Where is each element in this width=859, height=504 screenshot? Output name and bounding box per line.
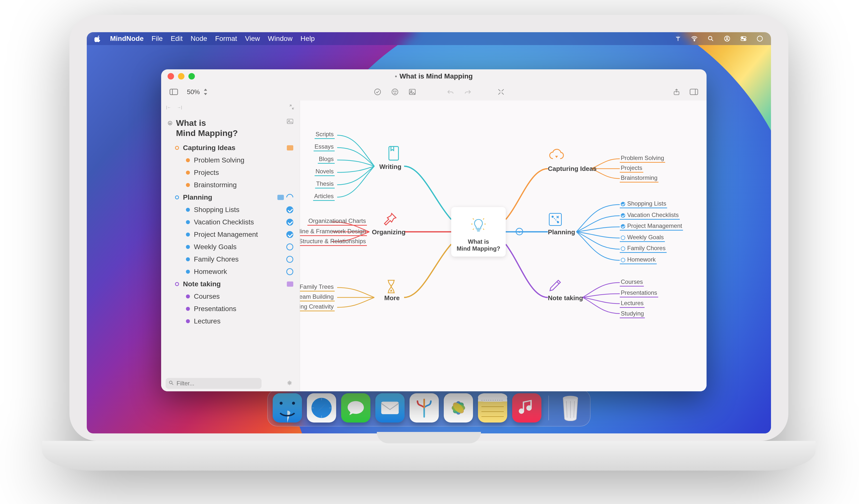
node-label[interactable]: Thesis (315, 180, 335, 188)
outline-filter-input[interactable] (166, 378, 261, 389)
branch-label-planning[interactable]: Planning (548, 229, 575, 236)
node-label[interactable]: Studying (620, 310, 645, 318)
user-icon[interactable] (723, 34, 731, 43)
task-checkbox[interactable] (621, 213, 625, 218)
focus-button[interactable] (495, 87, 507, 97)
node-label[interactable]: Shopping Lists (620, 200, 667, 208)
outline-item[interactable]: Project Management (161, 229, 300, 241)
wifi-icon[interactable] (690, 34, 698, 43)
outline-item[interactable]: Brainstorming (161, 179, 300, 191)
task-checkbox[interactable] (621, 202, 625, 206)
dock-app-music[interactable] (512, 393, 541, 423)
share-button[interactable] (671, 87, 682, 97)
outline-item[interactable]: Lectures (161, 315, 300, 327)
outline-item[interactable]: Problem Solving (161, 154, 300, 167)
apple-menu-icon[interactable] (94, 34, 102, 43)
outline-item[interactable]: Family Chores (161, 253, 300, 266)
outline-branch-planning[interactable]: Planning (161, 191, 300, 204)
node-label[interactable]: Presentations (620, 289, 658, 297)
menubar-item-window[interactable]: Window (268, 35, 293, 43)
dock-app-messages[interactable] (341, 393, 371, 423)
node-label[interactable]: Expressing Creativity (300, 303, 335, 311)
sticker-button[interactable] (389, 87, 401, 97)
window-titlebar[interactable]: • What is Mind Mapping (161, 69, 707, 83)
inspector-button[interactable] (688, 87, 699, 97)
image-button[interactable] (407, 87, 418, 97)
dock-app-finder[interactable] (273, 393, 302, 423)
outline-branch-capturing[interactable]: Capturing Ideas (161, 142, 300, 154)
menubar-item-help[interactable]: Help (300, 35, 315, 43)
task-checkbox[interactable] (621, 236, 625, 240)
fullscreen-button[interactable] (189, 73, 195, 79)
node-label[interactable]: Projects (620, 164, 643, 173)
menubar-item-edit[interactable]: Edit (170, 35, 182, 43)
node-label[interactable]: Courses (620, 278, 644, 286)
node-label[interactable]: Blogs (318, 155, 335, 164)
node-label[interactable]: Homework (620, 256, 657, 264)
collapse-caret-icon[interactable] (168, 120, 172, 127)
dock-app-mindnode[interactable] (409, 393, 439, 423)
task-checkbox[interactable] (286, 268, 293, 275)
task-checkbox[interactable] (286, 206, 293, 213)
outline-item[interactable]: Homework (161, 266, 300, 278)
node-label[interactable]: Family Chores (620, 244, 667, 253)
close-button[interactable] (168, 73, 174, 79)
branch-label-capturing[interactable]: Capturing Ideas (548, 165, 597, 173)
task-checkbox[interactable] (286, 243, 293, 250)
menubar-item-node[interactable]: Node (191, 35, 207, 43)
outline-item[interactable]: Vacation Checklists (161, 216, 300, 229)
outline-item[interactable]: Weekly Goals (161, 241, 300, 253)
task-checkmark-button[interactable] (372, 87, 383, 97)
redo-button[interactable] (462, 87, 473, 97)
menubar-item-view[interactable]: View (245, 35, 260, 43)
node-label[interactable]: Problem Solving (620, 154, 665, 163)
node-label[interactable]: Essays (314, 143, 335, 151)
central-node[interactable]: What is Mind Mapping? (451, 207, 506, 256)
task-checkbox[interactable] (286, 231, 293, 238)
toggle-sidebar-button[interactable] (168, 87, 180, 97)
outline-item[interactable]: Courses (161, 290, 300, 303)
dock-app-mail[interactable] (375, 393, 405, 423)
branch-label-notetaking[interactable]: Note taking (548, 294, 583, 302)
node-label[interactable]: Structure & Relationships (300, 237, 367, 246)
control-center-icon[interactable] (739, 34, 748, 43)
outline-list[interactable]: What is Mind Mapping? Capturing Ideas (161, 114, 300, 376)
minimize-button[interactable] (178, 73, 184, 79)
node-label[interactable]: Organizational Charts (307, 217, 367, 226)
node-label[interactable]: Vacation Checklists (620, 211, 680, 220)
dock-app-notes[interactable] (478, 393, 507, 423)
node-label[interactable]: Scripts (315, 130, 335, 139)
node-label[interactable]: Brainstorming (620, 174, 659, 183)
node-label[interactable]: Lectures (620, 299, 645, 308)
mindmap-canvas[interactable]: What is Mind Mapping? Capturing Ideas Pl… (300, 100, 707, 391)
branch-label-writing[interactable]: Writing (379, 163, 401, 171)
outline-root[interactable]: What is Mind Mapping? (161, 116, 300, 142)
node-label[interactable]: Project Management (620, 222, 683, 231)
task-checkbox[interactable] (621, 258, 625, 262)
outline-branch-notetaking[interactable]: Note taking (161, 278, 300, 290)
task-checkbox[interactable] (621, 224, 625, 229)
branch-label-more[interactable]: More (384, 294, 400, 302)
branch-label-organizing[interactable]: Organizing (372, 229, 406, 236)
siri-icon[interactable] (756, 34, 764, 43)
outline-item[interactable]: Presentations (161, 303, 300, 315)
node-label[interactable]: Weekly Goals (620, 233, 665, 242)
outline-expand-button[interactable]: →| (177, 105, 182, 110)
mindnode-menubar-icon[interactable] (674, 34, 682, 43)
dock-app-photos[interactable] (444, 393, 473, 423)
node-label[interactable]: Team Building (300, 293, 335, 301)
branch-fold-toggle[interactable]: › (516, 228, 523, 235)
node-label[interactable]: Outline & Framework Design (300, 227, 367, 236)
menubar-app-name[interactable]: MindNode (110, 35, 144, 43)
outline-item[interactable]: Shopping Lists (161, 204, 300, 216)
node-label[interactable]: Family Trees (300, 283, 335, 292)
task-checkbox[interactable] (286, 256, 293, 263)
zoom-control[interactable]: 50% (187, 88, 208, 96)
spotlight-icon[interactable] (707, 34, 715, 43)
menubar-item-file[interactable]: File (151, 35, 163, 43)
outline-collapse-button[interactable]: |← (166, 105, 171, 110)
node-label[interactable]: Articles (313, 192, 335, 201)
task-checkbox[interactable] (621, 247, 625, 251)
outline-item[interactable]: Projects (161, 167, 300, 179)
dock-trash[interactable] (556, 393, 585, 423)
